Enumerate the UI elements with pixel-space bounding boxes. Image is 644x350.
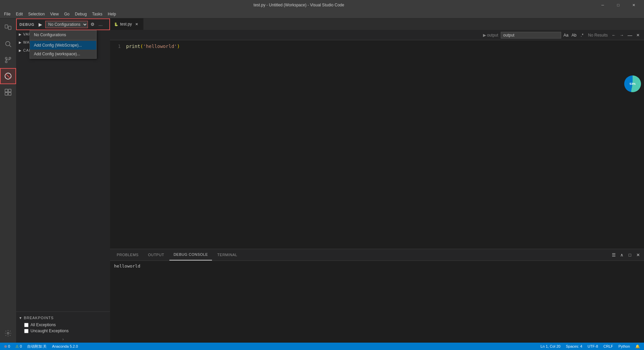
status-warnings[interactable]: ⚠ 0 — [14, 343, 23, 350]
svg-point-13 — [7, 332, 9, 334]
maximize-button[interactable]: □ — [610, 0, 626, 10]
tab-output[interactable]: OUTPUT — [144, 249, 168, 260]
warning-icon: ⚠ — [15, 344, 19, 349]
more-options-icon[interactable]: … — [97, 21, 104, 28]
close-button[interactable]: ✕ — [626, 0, 641, 10]
variables-chevron: ▶ — [19, 33, 22, 36]
debug-label: DEBUG — [19, 22, 35, 26]
error-icon: ⊗ — [4, 344, 7, 349]
debug-run-icon[interactable] — [0, 68, 16, 84]
tab-problems[interactable]: PROBLEMS — [113, 249, 143, 260]
status-ln-col[interactable]: Ln 1, Col 20 — [539, 343, 562, 350]
all-exceptions-checkbox[interactable] — [24, 323, 29, 327]
status-language[interactable]: Python — [617, 343, 631, 350]
bell-icon: 🔔 — [635, 344, 640, 349]
uncaught-exceptions-checkbox[interactable] — [24, 329, 29, 333]
panel-menu-button[interactable]: ☰ — [610, 251, 617, 258]
dropdown-no-config[interactable]: No Configurations — [30, 31, 96, 39]
source-control-icon[interactable] — [0, 52, 16, 68]
menu-view[interactable]: View — [47, 10, 61, 18]
find-expand-button[interactable]: ✕ — [635, 32, 641, 39]
menu-selection[interactable]: Selection — [25, 10, 47, 18]
svg-point-4 — [5, 57, 7, 59]
tab-test-py[interactable]: 🐍 test.py ✕ — [110, 18, 144, 30]
memory-pie-chart[interactable]: 53% — [624, 75, 641, 92]
gear-icon[interactable]: ⚙ — [89, 21, 96, 28]
svg-rect-9 — [5, 89, 8, 92]
menu-bar: File Edit Selection View Go Debug Tasks … — [0, 10, 644, 18]
svg-point-6 — [5, 61, 7, 63]
activity-bar — [0, 18, 16, 343]
menu-tasks[interactable]: Tasks — [90, 10, 105, 18]
tab-debug-console[interactable]: DEBUG CONSOLE — [169, 249, 212, 260]
ext-overlay[interactable]: 53% — [624, 75, 643, 94]
settings-icon[interactable] — [0, 327, 16, 343]
dropdown-add-config-workspace[interactable]: Add Config (workspace)... — [30, 50, 96, 58]
debug-output-line: helloworld — [114, 264, 640, 269]
explorer-icon[interactable] — [0, 20, 16, 36]
search-icon[interactable] — [0, 36, 16, 52]
find-match-case-button[interactable]: Aa — [562, 32, 569, 39]
find-no-results: No Results — [588, 33, 608, 38]
breakpoint-all-exceptions[interactable]: All Exceptions — [16, 322, 110, 328]
svg-point-2 — [6, 42, 10, 46]
language-label: Python — [619, 344, 630, 348]
status-errors[interactable]: ⊗ 0 — [3, 343, 11, 350]
code-content[interactable]: print('helloworld') — [123, 43, 644, 246]
dropdown-divider — [30, 40, 96, 40]
code-paren-open: ( — [140, 44, 143, 49]
menu-edit[interactable]: Edit — [13, 10, 25, 18]
menu-help[interactable]: Help — [105, 10, 119, 18]
status-spaces[interactable]: Spaces: 4 — [565, 343, 584, 350]
tab-terminal[interactable]: TERMINAL — [213, 249, 241, 260]
status-notification-bell[interactable]: 🔔 — [634, 343, 641, 350]
extensions-icon[interactable] — [0, 84, 16, 100]
line-ending-label: CRLF — [603, 344, 613, 348]
uncaught-exceptions-label: Uncaught Exceptions — [31, 329, 68, 333]
dropdown-add-config-webscrape[interactable]: Add Config (WebScrape)... — [30, 41, 96, 50]
main-layout: DEBUG ▶ No Configurations ⚙ … No Configu… — [0, 18, 644, 343]
panel-content: helloworld — [110, 261, 644, 343]
svg-line-3 — [9, 45, 11, 47]
sidebar-scroll-arrow[interactable]: › — [16, 336, 110, 343]
tab-close-button[interactable]: ✕ — [134, 21, 139, 27]
debug-start-button[interactable]: ▶ — [37, 21, 44, 28]
find-regex-button[interactable]: .* — [579, 32, 585, 39]
callstack-chevron: ▶ — [19, 49, 22, 52]
status-line-ending[interactable]: CRLF — [602, 343, 614, 350]
panel-up-button[interactable]: ∧ — [619, 251, 625, 258]
svg-line-8 — [6, 74, 10, 78]
code-print-keyword: print — [126, 44, 140, 49]
minimize-button[interactable]: ─ — [595, 0, 610, 10]
tab-bar: 🐍 test.py ✕ — [110, 18, 644, 30]
find-input[interactable] — [501, 32, 561, 39]
panel-close-button[interactable]: ✕ — [635, 251, 641, 258]
svg-rect-1 — [8, 26, 11, 30]
find-next-button[interactable]: → — [619, 32, 625, 39]
line-numbers: 1 — [110, 43, 123, 246]
dropdown-menu: No Configurations Add Config (WebScrape)… — [30, 30, 97, 59]
title-text: test.py - Untitled (Workspace) - Visual … — [3, 3, 595, 7]
svg-rect-12 — [8, 93, 11, 95]
all-exceptions-label: All Exceptions — [31, 323, 56, 327]
breakpoints-section[interactable]: ▼ BREAKPOINTS — [16, 314, 110, 322]
menu-debug[interactable]: Debug — [72, 10, 89, 18]
pie-percentage: 53% — [630, 82, 636, 85]
menu-file[interactable]: File — [1, 10, 13, 18]
status-encoding[interactable]: UTF-8 — [586, 343, 599, 350]
status-bar: ⊗ 0 ⚠ 0 自动附加:关 Anaconda 5.2.0 Ln 1, Col … — [0, 343, 644, 350]
status-auto-attach[interactable]: 自动附加:关 — [26, 343, 48, 350]
config-dropdown[interactable]: No Configurations — [45, 21, 88, 28]
breakpoint-uncaught-exceptions[interactable]: Uncaught Exceptions — [16, 328, 110, 334]
panel-tabs: PROBLEMS OUTPUT DEBUG CONSOLE TERMINAL ☰… — [110, 249, 644, 261]
find-prev-button[interactable]: ← — [610, 32, 617, 39]
tab-label: test.py — [120, 22, 132, 26]
status-anaconda[interactable]: Anaconda 5.2.0 — [51, 343, 79, 350]
warning-count: 0 — [20, 344, 22, 348]
find-close-button[interactable]: — — [627, 32, 633, 39]
menu-go[interactable]: Go — [61, 10, 72, 18]
panel-maximize-button[interactable]: □ — [627, 251, 633, 258]
svg-rect-11 — [5, 93, 8, 95]
find-whole-word-button[interactable]: Ab — [571, 32, 577, 39]
title-bar: test.py - Untitled (Workspace) - Visual … — [0, 0, 644, 10]
